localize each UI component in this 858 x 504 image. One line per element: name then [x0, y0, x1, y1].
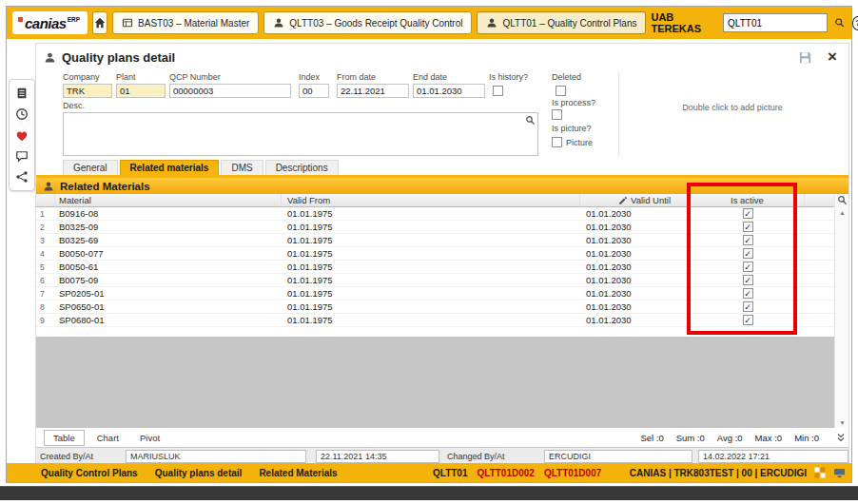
- material-cell[interactable]: SP0650-01: [55, 300, 282, 313]
- table-row[interactable]: 6 B0075-09 01.01.1975 01.01.2030: [36, 274, 835, 287]
- column-valid-until[interactable]: Valid Until: [580, 194, 691, 206]
- breadcrumb-quality-plans-detail[interactable]: Quality plans detail: [155, 468, 243, 478]
- forms-button[interactable]: [13, 86, 30, 101]
- is-active-checkbox[interactable]: [743, 222, 753, 232]
- tab-general[interactable]: General: [63, 160, 118, 175]
- is-active-cell[interactable]: [691, 300, 805, 313]
- close-detail-button[interactable]: [828, 48, 837, 67]
- scroll-down-arrow[interactable]: [835, 419, 849, 426]
- picture-checkbox[interactable]: [552, 137, 562, 147]
- is-active-checkbox[interactable]: [743, 262, 753, 272]
- table-row[interactable]: 3 B0325-69 01.01.1975 01.01.2030: [36, 234, 835, 247]
- history-button[interactable]: [13, 107, 30, 122]
- material-cell[interactable]: B0325-09: [55, 221, 282, 233]
- valid-from-cell[interactable]: 01.01.1975: [282, 287, 580, 300]
- view-tab-pivot[interactable]: Pivot: [131, 431, 168, 445]
- save-icon[interactable]: [798, 50, 812, 65]
- desc-search-icon[interactable]: [525, 115, 536, 126]
- table-row[interactable]: 7 SP0205-01 01.01.1975 01.01.2030: [36, 287, 835, 300]
- is-active-cell[interactable]: [691, 274, 805, 286]
- is-history-checkbox[interactable]: [493, 86, 503, 96]
- tab-dms[interactable]: DMS: [221, 160, 263, 175]
- table-row[interactable]: 5 B0050-61 01.01.1975 01.01.2030: [36, 261, 835, 274]
- is-active-cell[interactable]: [691, 314, 805, 326]
- valid-until-cell[interactable]: 01.01.2030: [580, 287, 691, 300]
- valid-from-cell[interactable]: 01.01.1975: [282, 247, 580, 260]
- is-active-checkbox[interactable]: [743, 288, 753, 299]
- is-active-checkbox[interactable]: [743, 315, 753, 325]
- is-active-checkbox[interactable]: [743, 248, 753, 259]
- valid-until-cell[interactable]: 01.01.2030: [580, 221, 691, 233]
- material-cell[interactable]: B0050-61: [55, 261, 282, 273]
- table-row[interactable]: 2 B0325-09 01.01.1975 01.01.2030: [36, 221, 835, 234]
- favorites-button[interactable]: [13, 127, 30, 143]
- is-active-cell[interactable]: [691, 234, 805, 246]
- connection-icon[interactable]: [833, 468, 846, 478]
- valid-from-cell[interactable]: 01.01.1975: [282, 207, 580, 220]
- valid-from-cell[interactable]: 01.01.1975: [282, 234, 580, 246]
- table-row[interactable]: 9 SP0680-01 01.01.1975 01.01.2030: [36, 314, 835, 327]
- desc-field[interactable]: [63, 112, 538, 156]
- table-row[interactable]: 1 B0916-08 01.01.1975 01.01.2030: [36, 207, 835, 221]
- valid-until-cell[interactable]: 01.01.2030: [580, 234, 691, 246]
- valid-until-cell[interactable]: 01.01.2030: [580, 207, 691, 220]
- valid-from-cell[interactable]: 01.01.1975: [282, 300, 580, 313]
- qcp-number-field[interactable]: 00000003: [169, 84, 291, 98]
- tab-bast03-material-master[interactable]: BAST03 – Material Master: [112, 11, 259, 34]
- end-date-field[interactable]: 01.01.2030: [413, 84, 485, 98]
- valid-until-cell[interactable]: 01.01.2030: [580, 314, 691, 326]
- help-button[interactable]: [852, 16, 858, 30]
- table-row[interactable]: 8 SP0650-01 01.01.1975 01.01.2030: [36, 300, 835, 314]
- picture-hint[interactable]: Double click to add picture: [618, 103, 847, 112]
- valid-from-cell[interactable]: 01.01.1975: [282, 261, 580, 273]
- valid-until-cell[interactable]: 01.01.2030: [580, 300, 691, 313]
- material-cell[interactable]: B0916-08: [55, 207, 282, 220]
- is-active-checkbox[interactable]: [743, 275, 753, 285]
- material-cell[interactable]: B0050-077: [55, 247, 282, 260]
- valid-from-cell[interactable]: 01.01.1975: [282, 314, 580, 326]
- deleted-checkbox[interactable]: [556, 86, 566, 96]
- is-active-checkbox[interactable]: [743, 235, 753, 245]
- material-cell[interactable]: SP0205-01: [55, 287, 282, 300]
- vertical-scrollbar[interactable]: [834, 194, 848, 428]
- view-tab-chart[interactable]: Chart: [88, 431, 127, 445]
- is-active-checkbox[interactable]: [743, 301, 753, 312]
- material-cell[interactable]: B0325-69: [55, 234, 282, 246]
- material-cell[interactable]: B0075-09: [55, 274, 282, 286]
- valid-until-cell[interactable]: 01.01.2030: [580, 261, 691, 273]
- from-date-field[interactable]: 22.11.2021: [337, 84, 409, 98]
- is-active-checkbox[interactable]: [743, 208, 753, 219]
- is-active-cell[interactable]: [691, 221, 805, 233]
- column-valid-from[interactable]: Valid From: [282, 194, 580, 206]
- messages-button[interactable]: [13, 148, 30, 164]
- search-icon[interactable]: [834, 16, 846, 29]
- valid-until-cell[interactable]: 01.01.2030: [580, 274, 691, 286]
- column-is-active[interactable]: Is active: [691, 194, 805, 206]
- company-field[interactable]: TRK: [63, 84, 112, 98]
- tab-qltt03-goods-receipt[interactable]: QLTT03 – Goods Receipt Quality Control: [263, 11, 472, 34]
- workflow-button[interactable]: [13, 169, 30, 184]
- is-active-cell[interactable]: [691, 207, 805, 220]
- valid-from-cell[interactable]: 01.01.1975: [282, 274, 580, 286]
- valid-from-cell[interactable]: 01.01.1975: [282, 221, 580, 233]
- is-active-cell[interactable]: [691, 287, 805, 300]
- tab-descriptions[interactable]: Descriptions: [265, 160, 339, 175]
- is-process-checkbox[interactable]: [552, 109, 562, 120]
- material-cell[interactable]: SP0680-01: [55, 314, 282, 326]
- table-row[interactable]: 4 B0050-077 01.01.1975 01.01.2030: [36, 247, 835, 261]
- tab-qltt01-quality-control-plans[interactable]: QLTT01 – Quality Control Plans: [477, 11, 646, 34]
- is-active-cell[interactable]: [691, 247, 805, 260]
- view-tab-table[interactable]: Table: [44, 430, 85, 446]
- home-button[interactable]: [92, 11, 107, 34]
- breadcrumb-related-materials[interactable]: Related Materials: [259, 468, 337, 478]
- is-active-cell[interactable]: [691, 261, 805, 273]
- grid-apps-icon[interactable]: [814, 467, 826, 478]
- column-material[interactable]: Material: [55, 194, 282, 206]
- valid-until-cell[interactable]: 01.01.2030: [580, 247, 691, 260]
- tab-related-materials[interactable]: Related materials: [120, 160, 220, 175]
- scroll-bottom-icon[interactable]: [836, 433, 846, 442]
- index-field[interactable]: 00: [299, 84, 329, 98]
- scroll-up-arrow[interactable]: [835, 209, 849, 216]
- breadcrumb-quality-control-plans[interactable]: Quality Control Plans: [41, 468, 138, 478]
- grid-search-icon[interactable]: [837, 195, 848, 205]
